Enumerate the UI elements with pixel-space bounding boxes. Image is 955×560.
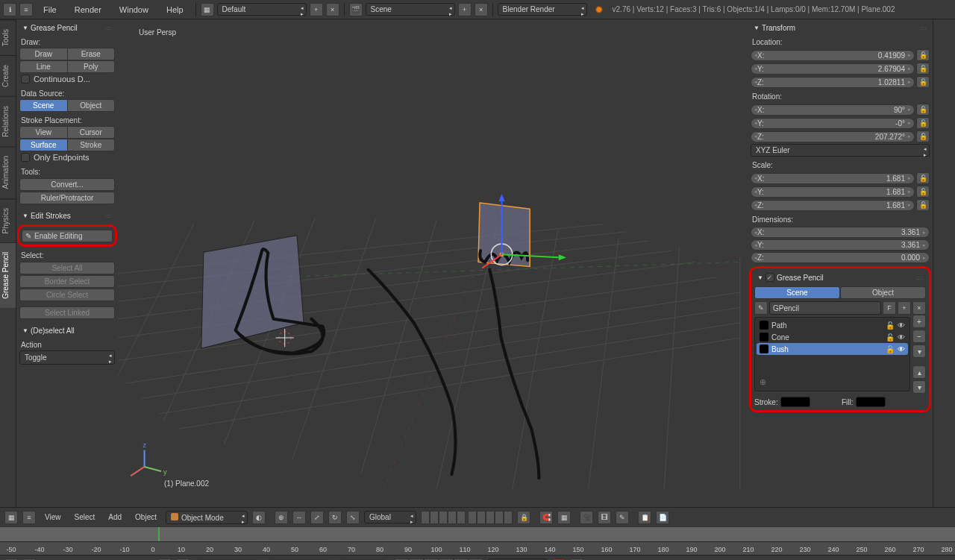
add-menu[interactable]: Add — [104, 512, 126, 523]
circle-select-button[interactable]: Circle Select — [19, 289, 115, 301]
gp-object-tab[interactable]: Object — [840, 286, 926, 299]
grease-pencil-header[interactable]: Grease Pencil:::: — [19, 22, 115, 34]
scale-y-field[interactable]: ◂Y:1.681▸ — [751, 186, 915, 198]
lock-icon[interactable]: 🔓 — [916, 49, 930, 61]
tab-create[interactable]: Create — [0, 55, 16, 96]
gp-layer-list[interactable]: Path🔓👁 Cone🔓👁 Bush🔓👁 ⊕ — [754, 317, 910, 391]
lock-icon[interactable]: 🔓 — [916, 76, 930, 88]
remove-scene-icon[interactable]: × — [475, 3, 488, 16]
lock-icon[interactable]: 🔓 — [916, 172, 930, 184]
ruler-button[interactable]: Ruler/Protractor — [19, 192, 115, 204]
dim-y-field[interactable]: ◂Y:3.361▸ — [751, 239, 930, 251]
stroke-color-swatch[interactable] — [780, 397, 810, 407]
gp-layer-path[interactable]: Path🔓👁 — [757, 319, 908, 331]
unlink-icon[interactable]: × — [912, 301, 926, 315]
add-layer-plus-icon[interactable]: ⊕ — [760, 377, 766, 387]
layer-special-icon[interactable]: ▾ — [912, 345, 926, 358]
convert-button[interactable]: Convert... — [19, 178, 115, 191]
gpencil-icon[interactable]: ✎ — [616, 511, 629, 524]
scene-icon[interactable]: 🎬 — [349, 3, 363, 16]
manip-rotate-icon[interactable]: ↻ — [328, 511, 342, 524]
select-all-button[interactable]: Select All — [19, 262, 115, 274]
erase-button[interactable]: Erase — [68, 48, 116, 60]
deselect-all-header[interactable]: (De)select All — [19, 325, 115, 336]
lock-icon[interactable]: 🔓 — [916, 186, 930, 198]
dim-x-field[interactable]: ◂X:3.361▸ — [751, 227, 930, 238]
placement-cursor-button[interactable]: Cursor — [68, 126, 116, 139]
gp-panel-header[interactable]: ✓Grease Pencil:::: — [754, 271, 926, 283]
select-menu[interactable]: Select — [70, 512, 100, 523]
eye-icon[interactable]: 👁 — [898, 333, 905, 342]
fake-user-button[interactable]: F — [883, 301, 896, 315]
edit-strokes-header[interactable]: Edit Strokes:::: — [19, 210, 115, 221]
lock-icon[interactable]: 🔓 — [886, 321, 895, 330]
placement-surface-button[interactable]: Surface — [19, 139, 68, 151]
loc-y-field[interactable]: ◂Y:2.67904▸ — [751, 63, 915, 75]
timeline-scrub[interactable] — [0, 526, 955, 541]
draw-button[interactable]: Draw — [19, 48, 68, 60]
tab-tools[interactable]: Tools — [0, 19, 16, 55]
gp-datablock-name[interactable] — [769, 301, 881, 315]
playhead[interactable] — [158, 527, 160, 541]
select-linked-button[interactable]: Select Linked — [19, 306, 115, 319]
snap-type-icon[interactable]: ▦ — [557, 511, 571, 524]
placement-stroke-button[interactable]: Stroke — [68, 139, 116, 151]
eye-icon[interactable]: 👁 — [898, 345, 905, 353]
lock-icon[interactable]: 🔓 — [916, 130, 930, 142]
lock-icon[interactable]: 🔓 — [916, 117, 930, 129]
menu-icon[interactable]: ≡ — [19, 3, 33, 16]
layout-dropdown[interactable]: Default — [217, 3, 307, 16]
continuous-checkbox[interactable]: Continuous D... — [19, 73, 115, 85]
lock-icon[interactable]: 🔓 — [886, 345, 895, 353]
paste-icon[interactable]: 📄 — [656, 511, 669, 524]
gp-scene-tab[interactable]: Scene — [754, 286, 840, 299]
line-button[interactable]: Line — [19, 60, 68, 73]
timeline-ruler[interactable]: -50-40-30-20-100102030405060708090100110… — [0, 541, 955, 555]
transform-header[interactable]: Transform:::: — [751, 22, 930, 34]
view-menu[interactable]: View — [40, 512, 66, 523]
eye-icon[interactable]: 👁 — [898, 321, 905, 330]
action-dropdown[interactable]: Toggle — [19, 350, 115, 365]
lock-icon[interactable]: 🔓 — [916, 104, 930, 116]
scale-x-field[interactable]: ◂X:1.681▸ — [751, 173, 915, 184]
placement-view-button[interactable]: View — [19, 126, 68, 139]
menu-render[interactable]: Render — [67, 3, 109, 16]
render-anim-icon[interactable]: 🎞 — [598, 511, 611, 524]
loc-z-field[interactable]: ◂Z:1.02811▸ — [751, 77, 915, 88]
rot-x-field[interactable]: ◂X:90°▸ — [751, 104, 915, 116]
remove-layout-icon[interactable]: × — [326, 3, 339, 16]
manip-scale-icon[interactable]: ⤡ — [346, 511, 360, 524]
layer-buttons[interactable] — [421, 511, 513, 524]
orientation-dropdown[interactable]: Global — [364, 511, 416, 523]
enable-editing-button[interactable]: ✎ Enable Editing — [22, 230, 113, 242]
poly-button[interactable]: Poly — [68, 60, 116, 73]
datasource-object-button[interactable]: Object — [68, 99, 116, 112]
engine-dropdown[interactable]: Blender Render — [498, 3, 587, 16]
lock-icon[interactable]: 🔓 — [916, 63, 930, 75]
copy-icon[interactable]: 📋 — [638, 511, 651, 524]
lock-camera-icon[interactable]: 🔒 — [517, 511, 530, 524]
properties-editor-collapsed[interactable] — [933, 19, 955, 507]
layout-icon[interactable]: ▦ — [201, 3, 214, 16]
add-scene-icon[interactable]: + — [458, 3, 472, 16]
rot-z-field[interactable]: ◂Z:207.272°▸ — [751, 131, 915, 142]
tab-animation[interactable]: Animation — [0, 146, 16, 198]
lock-icon[interactable]: 🔓 — [886, 333, 895, 342]
dim-z-field[interactable]: ◂Z:0.000▸ — [751, 252, 930, 263]
tab-relations[interactable]: Relations — [0, 96, 16, 146]
editor-type-icon[interactable]: ▦ — [4, 511, 18, 524]
shading-dropdown-icon[interactable]: ◐ — [252, 511, 266, 524]
gp-layer-cone[interactable]: Cone🔓👁 — [757, 331, 908, 343]
layer-up-icon[interactable]: ▴ — [912, 365, 926, 379]
scene-dropdown[interactable]: Scene — [366, 3, 455, 16]
menu-collapse-icon[interactable]: ≡ — [22, 511, 36, 524]
add-layout-icon[interactable]: + — [310, 3, 323, 16]
gp-layer-bush[interactable]: Bush🔓👁 — [757, 343, 908, 355]
render-preview-icon[interactable]: 🎥 — [580, 511, 593, 524]
loc-x-field[interactable]: ◂X:0.41909▸ — [751, 50, 915, 61]
scale-z-field[interactable]: ◂Z:1.681▸ — [751, 200, 915, 211]
datasource-scene-button[interactable]: Scene — [19, 99, 68, 112]
snap-icon[interactable]: 🧲 — [539, 511, 553, 524]
3d-viewport[interactable]: User Persp — [118, 19, 748, 507]
layer-add-icon[interactable]: + — [912, 315, 926, 328]
